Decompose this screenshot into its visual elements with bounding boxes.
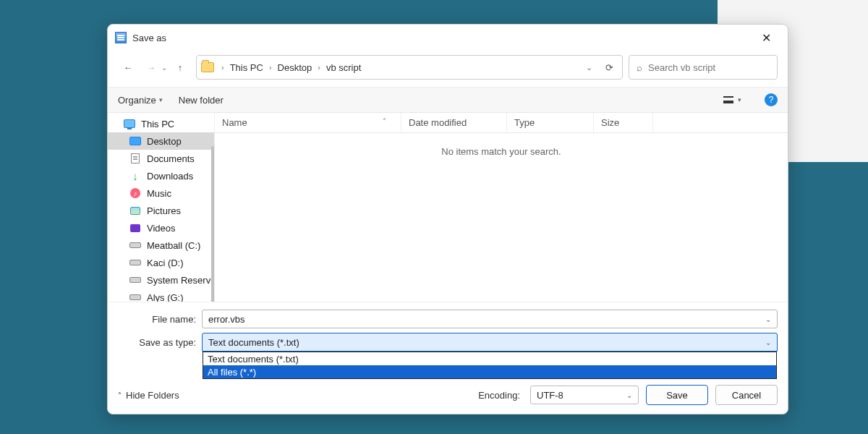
doc-icon (129, 153, 141, 164)
save-button[interactable]: Save (646, 385, 708, 405)
empty-message: No items match your search. (215, 133, 788, 170)
sidebar-item-label: System Reserved (147, 275, 214, 286)
monitor-icon (124, 118, 135, 129)
toolbar: Organize ▾ New folder ▾ ? (108, 87, 788, 113)
sidebar-item-meatball-c-[interactable]: Meatball (C:) (108, 237, 214, 254)
new-folder-button[interactable]: New folder (179, 95, 224, 106)
file-list-pane: Name ˄ Date modified Type Size No items … (215, 113, 788, 302)
pic-icon (129, 205, 141, 216)
sidebar-item-label: Desktop (147, 136, 182, 147)
chevron-down-icon: ⌄ (765, 339, 771, 346)
save-as-dialog: Save as ✕ ← → ⌄ ↑ › This PC › Desktop › … (107, 24, 788, 414)
down-icon: ↓ (129, 170, 141, 182)
list-view-icon (723, 96, 733, 103)
footer: ˄ Hide Folders Encoding: UTF-8 ⌄ Save Ca… (108, 379, 788, 414)
chevron-down-icon: ▾ (738, 96, 741, 103)
crumb-this-pc[interactable]: This PC (229, 62, 265, 73)
crumb-vbscript[interactable]: vb script (325, 62, 362, 73)
column-type[interactable]: Type (507, 113, 594, 132)
search-placeholder: Search vb script (648, 62, 715, 73)
desktop-icon (129, 135, 141, 147)
encoding-value: UTF-8 (537, 390, 563, 401)
sidebar-item-label: Alys (G:) (147, 292, 184, 302)
refresh-button[interactable]: ⟳ (601, 62, 618, 73)
sidebar-item-pictures[interactable]: Pictures (108, 202, 214, 219)
crumb-desktop[interactable]: Desktop (276, 62, 314, 73)
drive-icon (129, 257, 141, 268)
bottom-panel: File name: error.vbs ⌄ Save as type: Tex… (108, 302, 788, 379)
encoding-label: Encoding: (478, 390, 520, 401)
sidebar-item-music[interactable]: ♪Music (108, 184, 214, 202)
sidebar-item-label: This PC (141, 119, 174, 129)
sidebar-item-label: Kaci (D:) (147, 258, 184, 268)
view-options-button[interactable]: ▾ (723, 96, 741, 103)
chevron-up-icon: ˄ (118, 391, 122, 399)
vid-icon (129, 222, 141, 234)
search-input[interactable]: ⌕ Search vb script (629, 55, 778, 80)
close-button[interactable]: ✕ (752, 27, 780, 48)
hide-folders-label: Hide Folders (126, 390, 179, 401)
navigation-bar: ← → ⌄ ↑ › This PC › Desktop › vb script … (108, 51, 788, 87)
encoding-select[interactable]: UTF-8 ⌄ (530, 386, 639, 404)
breadcrumb-dropdown-icon[interactable]: ⌄ (580, 63, 598, 72)
dialog-title: Save as (132, 33, 166, 43)
drive-icon (129, 239, 141, 251)
sidebar-item-this-pc[interactable]: This PC (108, 115, 214, 132)
organize-button[interactable]: Organize ▾ (118, 95, 163, 106)
organize-label: Organize (118, 95, 156, 106)
help-button[interactable]: ? (765, 93, 778, 106)
column-size[interactable]: Size (594, 113, 653, 132)
sidebar-item-label: Videos (147, 223, 176, 234)
sidebar-item-alys-g-[interactable]: Alys (G:) (108, 289, 214, 302)
type-option[interactable]: All files (*.*) (203, 365, 776, 378)
save-type-select[interactable]: Text documents (*.txt) ⌄ Text documents … (202, 333, 778, 352)
sidebar-item-kaci-d-[interactable]: Kaci (D:) (108, 254, 214, 271)
history-dropdown-icon[interactable]: ⌄ (161, 64, 167, 72)
chevron-right-icon: › (220, 63, 226, 72)
sidebar-item-documents[interactable]: Documents (108, 150, 214, 167)
sidebar-item-label: Music (147, 188, 171, 199)
back-button[interactable]: ← (118, 57, 138, 77)
chevron-right-icon: › (268, 63, 273, 72)
sidebar-item-label: Pictures (147, 205, 181, 216)
save-type-label: Save as type: (118, 337, 202, 348)
chevron-down-icon: ▾ (159, 96, 163, 103)
new-folder-label: New folder (179, 95, 224, 106)
sidebar-item-label: Documents (147, 153, 195, 164)
forward-button[interactable]: → (141, 57, 161, 77)
up-button[interactable]: ↑ (170, 57, 190, 77)
breadcrumb[interactable]: › This PC › Desktop › vb script ⌄ ⟳ (196, 55, 623, 80)
sidebar-item-downloads[interactable]: ↓Downloads (108, 167, 214, 184)
chevron-right-icon: › (316, 63, 322, 72)
column-headers: Name ˄ Date modified Type Size (215, 113, 788, 133)
sidebar-scrollbar[interactable] (211, 146, 214, 302)
save-type-dropdown: Text documents (*.txt)All files (*.*) (203, 352, 777, 379)
titlebar: Save as ✕ (108, 25, 788, 51)
music-icon: ♪ (129, 187, 141, 199)
chevron-down-icon: ⌄ (626, 391, 632, 399)
sort-caret-icon: ˄ (383, 117, 386, 128)
sidebar: This PCDesktopDocuments↓Downloads♪MusicP… (108, 113, 215, 302)
cancel-button[interactable]: Cancel (715, 385, 778, 405)
file-name-input[interactable]: error.vbs ⌄ (202, 310, 778, 328)
sidebar-item-label: Meatball (C:) (147, 240, 200, 251)
sidebar-item-label: Downloads (147, 171, 193, 182)
column-name[interactable]: Name ˄ (215, 113, 401, 132)
folder-icon (201, 62, 214, 72)
type-option[interactable]: Text documents (*.txt) (203, 352, 776, 365)
file-name-value: error.vbs (208, 314, 245, 325)
hide-folders-button[interactable]: ˄ Hide Folders (118, 390, 179, 401)
file-name-label: File name: (118, 314, 202, 325)
save-type-value: Text documents (*.txt) (208, 337, 299, 348)
search-icon: ⌕ (637, 62, 642, 73)
sidebar-item-videos[interactable]: Videos (108, 219, 214, 237)
sidebar-item-system-reserved[interactable]: System Reserved (108, 271, 214, 289)
chevron-down-icon[interactable]: ⌄ (765, 315, 771, 323)
body-area: This PCDesktopDocuments↓Downloads♪MusicP… (108, 113, 788, 302)
notepad-icon (115, 32, 127, 43)
sidebar-item-desktop[interactable]: Desktop (108, 132, 214, 150)
close-icon: ✕ (762, 31, 771, 45)
column-name-label: Name (222, 117, 247, 128)
column-date[interactable]: Date modified (401, 113, 507, 132)
drive-icon (129, 274, 141, 286)
